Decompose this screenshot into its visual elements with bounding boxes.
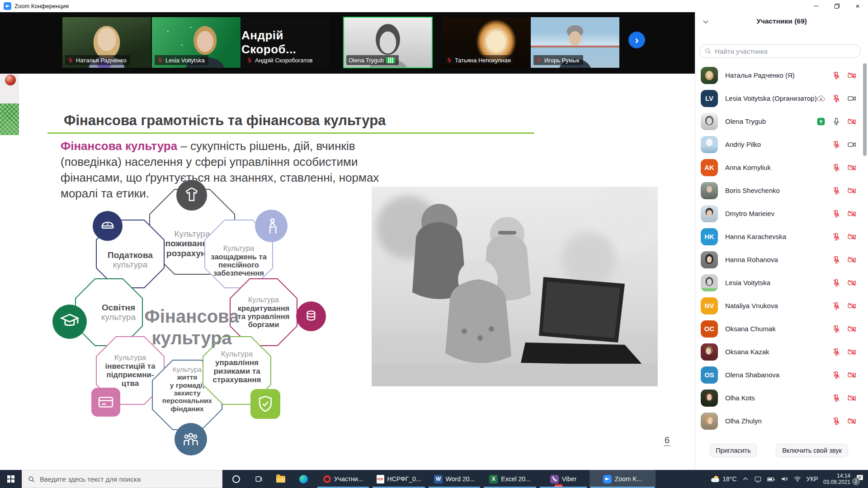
taskbar-search[interactable] [22, 470, 222, 488]
excel-label: Excel 20... [501, 475, 530, 483]
graduation-cap-icon [52, 305, 87, 339]
folder-icon [276, 476, 285, 483]
participant-row[interactable]: Dmytro Marieiev [695, 202, 863, 225]
restore-button[interactable] [826, 0, 847, 12]
mic-off-icon [832, 140, 841, 149]
opera-browser-button[interactable]: Участни... [316, 470, 370, 488]
unmute-button[interactable]: Включить свой звук [776, 444, 848, 457]
title-underline [47, 132, 534, 134]
edge-browser-button[interactable] [293, 470, 314, 488]
participant-row[interactable]: NV Nataliya Vnukova [695, 294, 863, 317]
participant-row[interactable]: Boris Shevchenko [695, 179, 863, 202]
language-indicator[interactable]: УКР [807, 475, 818, 483]
camera-off-icon [847, 232, 856, 241]
camera-off-icon [847, 371, 856, 380]
avatar [701, 205, 718, 222]
mic-off-icon [832, 371, 841, 380]
credit-card-icon [91, 388, 120, 417]
cast-icon[interactable] [754, 475, 762, 483]
avatar: LV [701, 90, 718, 107]
police-cap-icon [93, 211, 123, 241]
battery-icon[interactable] [767, 475, 775, 483]
participant-search-box[interactable] [699, 44, 861, 58]
avatar [701, 343, 718, 361]
participant-row[interactable]: Andriy Pilko [695, 133, 863, 156]
video-tile[interactable]: Андрій Скороб... Андрій Скоробогатов [241, 17, 330, 68]
notification-badge: 2 [852, 478, 860, 485]
video-tile-active-speaker[interactable]: Olena Trygub [344, 17, 432, 68]
camera-off-icon [847, 417, 856, 426]
participants-panel: Участники (69) Наталья Радченко (Я) LV L… [695, 12, 868, 470]
weather-widget[interactable]: 18°C [710, 475, 736, 483]
speaker-icon[interactable] [780, 475, 788, 483]
coins-debt-icon [296, 301, 326, 331]
camera-off-icon [847, 347, 856, 357]
participant-row[interactable]: OC Oksana Chumak [695, 317, 863, 340]
word-button[interactable]: WWord 20... [428, 470, 481, 488]
file-explorer-button[interactable] [270, 470, 291, 488]
windows-taskbar: Участни... PDFНСРФГ_0... WWord 20... XEx… [0, 470, 868, 488]
mic-off-icon [832, 278, 841, 287]
avatar: OC [701, 320, 718, 338]
participant-row[interactable]: Olena Trygub [695, 110, 863, 133]
video-tile[interactable]: Татьяна Непокупная [441, 17, 530, 68]
video-tile[interactable]: Наталья Радченко [62, 17, 151, 68]
next-participants-button[interactable]: › [628, 32, 645, 48]
participant-row[interactable]: HK Hanna Karachevska [695, 225, 863, 248]
search-input[interactable] [715, 47, 856, 55]
wifi-icon[interactable] [793, 475, 802, 483]
camera-off-icon [847, 186, 856, 195]
clock[interactable]: 14:14 03.09.2021 [823, 473, 850, 485]
participant-row[interactable]: Oksana Kazak [695, 340, 863, 363]
task-view-button[interactable] [249, 470, 269, 488]
participant-row[interactable]: Hanna Rohanova [695, 248, 863, 271]
zoom-app-button[interactable]: Zoom K... [590, 470, 656, 488]
video-tile[interactable]: Lesia Voitytska [152, 17, 241, 68]
participant-row[interactable]: Lesia Voitytska [695, 271, 863, 294]
time-label: 14:14 [837, 473, 850, 479]
tile-name: Татьяна Непокупная [455, 57, 511, 64]
mic-off-icon [832, 186, 841, 195]
screen-share-icon [816, 117, 826, 126]
minimize-button[interactable] [806, 0, 826, 12]
pdf-document-button[interactable]: PDFНСРФГ_0... [372, 470, 426, 488]
participant-list: Наталья Радченко (Я) LV Lesia Voitytska … [695, 64, 863, 432]
mic-off-icon [832, 394, 841, 403]
mic-off-icon [832, 209, 841, 218]
mic-off-icon [832, 417, 841, 426]
video-thumbnail-strip: Наталья Радченко Lesia Voitytska Андрій … [0, 12, 695, 74]
tile-name: Игорь Румык [544, 57, 580, 64]
mic-off-icon [67, 57, 74, 63]
video-tile[interactable]: Игорь Румык [531, 17, 619, 68]
mic-off-icon [832, 71, 841, 80]
camera-on-icon [847, 140, 856, 149]
participant-row[interactable]: OS Olena Shabanova [695, 363, 863, 386]
participant-row[interactable]: Наталья Радченко (Я) [695, 64, 863, 87]
word-icon: W [434, 475, 443, 483]
tile-name: Андрій Скоробогатов [255, 57, 312, 64]
excel-button[interactable]: XExcel 20... [483, 470, 537, 488]
close-button[interactable]: ✕ [847, 0, 868, 12]
mic-off-icon [832, 232, 841, 241]
participant-row[interactable]: AK Anna Kornyliuk [695, 156, 863, 179]
mic-off-icon [832, 324, 841, 333]
mic-off-icon [832, 255, 841, 264]
people-group-icon [175, 423, 207, 455]
panel-scrollbar[interactable] [863, 63, 867, 156]
slide-photo-family-laptop [372, 187, 658, 386]
mic-off-icon [832, 163, 841, 172]
restore-icon [834, 3, 840, 9]
cortana-button[interactable] [225, 470, 247, 488]
pensioner-icon [255, 210, 288, 242]
start-button[interactable] [0, 470, 22, 488]
invite-button[interactable]: Пригласить [710, 444, 757, 457]
hidden-icons-chevron[interactable] [742, 475, 749, 483]
participant-row[interactable]: Olha Zhulyn [695, 409, 863, 432]
viber-button[interactable]: 187 Viber [539, 470, 588, 488]
taskbar-search-input[interactable] [40, 475, 217, 483]
notification-center-button[interactable]: 2 [855, 474, 864, 484]
participant-row[interactable]: LV Lesia Voitytska (Организатор) [695, 87, 863, 110]
participant-row[interactable]: Olha Kots [695, 386, 863, 409]
viber-unread-badge: 187 [554, 484, 563, 488]
opera-label: Участни... [334, 475, 363, 483]
